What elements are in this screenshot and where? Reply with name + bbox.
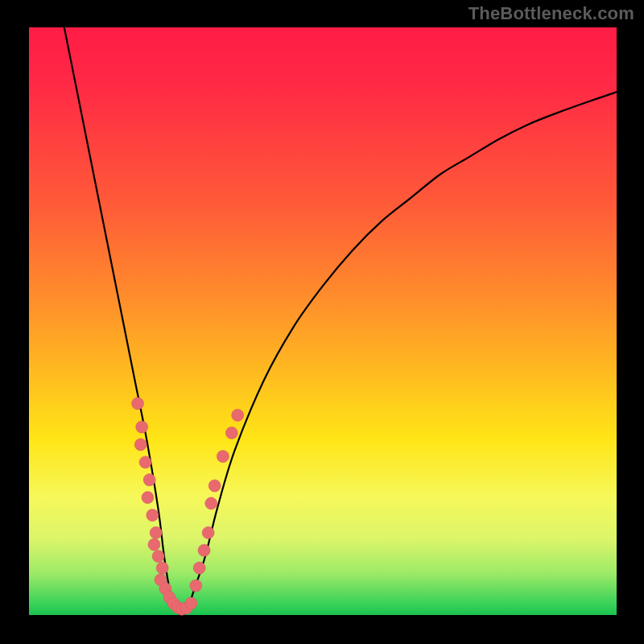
data-dot [147, 509, 159, 521]
data-dot [225, 427, 237, 439]
data-dot [217, 450, 229, 462]
data-dot [148, 539, 160, 551]
data-dot [185, 597, 197, 609]
data-dot [193, 562, 205, 574]
data-dot [139, 456, 151, 469]
data-dot [152, 551, 164, 563]
data-dot [132, 398, 144, 410]
data-dot [198, 544, 210, 556]
data-dot [232, 409, 244, 421]
data-dot [156, 562, 168, 574]
plot-area [29, 27, 617, 615]
watermark-text: TheBottleneck.com [469, 3, 634, 24]
bottleneck-curve [64, 27, 617, 615]
data-dot [205, 497, 217, 510]
data-dots [132, 398, 244, 616]
chart-container: TheBottleneck.com [0, 0, 644, 644]
data-dot [143, 474, 155, 486]
data-dot [202, 526, 214, 539]
data-dot [208, 480, 221, 492]
data-dot [142, 492, 154, 504]
data-dot [136, 421, 148, 433]
data-dot [150, 526, 162, 539]
curve-svg [29, 27, 617, 615]
data-dot [190, 580, 202, 592]
data-dot [134, 439, 147, 451]
